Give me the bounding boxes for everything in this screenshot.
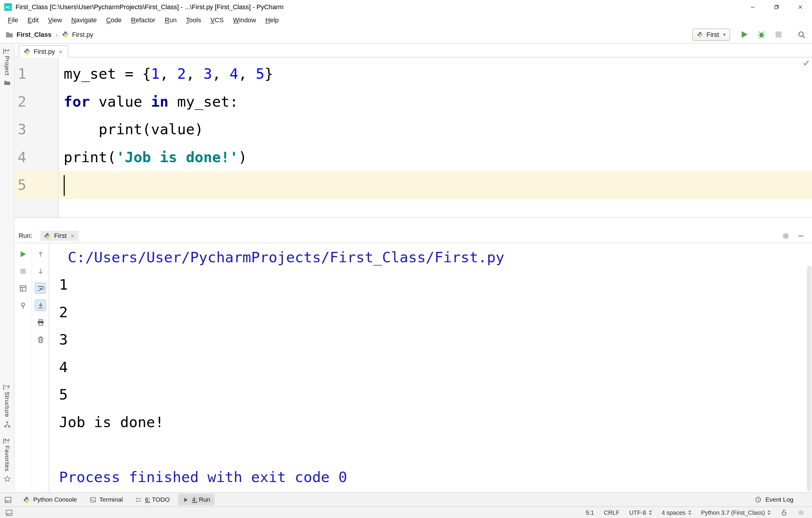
close-icon (797, 4, 803, 10)
minimize-button[interactable] (741, 0, 764, 14)
rerun-button[interactable] (17, 248, 28, 260)
editor-tab-first-py[interactable]: First.py (19, 45, 68, 58)
text-caret (64, 175, 65, 196)
event-log-button[interactable]: Event Log (754, 496, 793, 503)
toolwindow-tab-label: Python Console (33, 496, 77, 503)
close-tab-icon[interactable] (58, 49, 63, 54)
pycharm-logo-icon: PC (4, 3, 12, 11)
clear-button[interactable] (35, 334, 46, 345)
code-token: print(value) (64, 121, 204, 138)
clear-icon (36, 336, 44, 343)
close-tab-icon[interactable] (70, 233, 75, 238)
menu-vcs[interactable]: VCS (206, 15, 228, 24)
chevron-down-icon: ▾ (723, 32, 726, 37)
pin-button[interactable] (17, 300, 28, 311)
encoding-value: UTF-8 (629, 509, 646, 516)
console-line: 3 (59, 326, 812, 353)
status-toolwindow-icon[interactable] (5, 509, 13, 517)
menu-window[interactable]: Window (228, 15, 261, 24)
console-controls-column (31, 243, 49, 492)
scroll-end-button[interactable] (35, 300, 46, 311)
hide-panel-icon[interactable] (798, 233, 804, 239)
restore-layout-button[interactable] (17, 282, 28, 294)
indent-widget[interactable]: 4 spaces (662, 509, 691, 516)
console-line: Job is done! (59, 408, 812, 436)
spinner-icon (649, 510, 652, 515)
code-token: print( (64, 148, 116, 166)
menu-tools[interactable]: Tools (181, 15, 206, 24)
editor-run-splitter[interactable] (14, 218, 812, 229)
code-line[interactable]: print(value) (58, 115, 812, 143)
print-icon (36, 319, 44, 326)
toolwindow-tab-4-run[interactable]: 4: Run (178, 494, 214, 505)
run-button[interactable] (739, 29, 749, 40)
menu-edit[interactable]: Edit (23, 15, 43, 24)
menu-run[interactable]: Run (160, 15, 181, 24)
menu-view[interactable]: View (43, 15, 66, 24)
run-side-toolbar (14, 243, 49, 492)
encoding-widget[interactable]: UTF-8 (629, 509, 652, 516)
menu-refactor[interactable]: Refactor (126, 15, 160, 24)
run-tab-first[interactable]: First (41, 230, 79, 241)
event-log-label: Event Log (765, 496, 793, 503)
spinner-icon (767, 510, 771, 515)
console-line: 5 (59, 381, 812, 408)
code-line[interactable] (58, 171, 812, 199)
stripe-button-label: 2: Favorites (4, 438, 10, 471)
code-line[interactable]: for value in my_set: (58, 88, 812, 115)
breadcrumb-file[interactable]: First.py (72, 31, 93, 38)
window-controls (741, 0, 812, 14)
code-area[interactable]: my_set = {1, 2, 3, 4, 5}for value in my_… (58, 58, 812, 217)
run-header-actions (782, 232, 808, 240)
indent-value: 4 spaces (662, 509, 685, 516)
stripe-button-2-favorites[interactable]: 2: Favorites (0, 438, 14, 482)
soft-wrap-button[interactable] (35, 282, 46, 294)
caret-position-widget[interactable]: 5:1 (585, 509, 594, 516)
run-config-select[interactable]: First ▾ (692, 28, 730, 41)
gear-icon[interactable] (782, 232, 790, 240)
restore-layout-icon (19, 284, 27, 292)
run-tab-title: First (54, 232, 66, 239)
run-console[interactable]: C:/Users/User/PycharmProjects/First_Clas… (49, 243, 812, 492)
project-folder-icon (3, 79, 10, 86)
toolwindow-tab-label: Terminal (99, 496, 123, 503)
line-ending-widget[interactable]: CRLF (604, 509, 619, 516)
code-token: 5 (256, 65, 264, 83)
titlebar: PC First_Class [C:\Users\User\PycharmPro… (0, 0, 812, 14)
minimize-icon (750, 4, 755, 10)
code-line[interactable]: print('Job is done!') (58, 143, 812, 171)
rerun-icon (19, 250, 27, 258)
lock-icon[interactable] (781, 509, 788, 516)
menu-file[interactable]: File (3, 15, 23, 24)
debug-button[interactable] (756, 29, 766, 40)
console-scrollbar[interactable] (807, 266, 812, 491)
toolwindow-tab-6-todo[interactable]: 6: TODO (131, 494, 174, 505)
line-number: 4 (14, 143, 58, 171)
console-line (59, 436, 812, 463)
stop-button (773, 29, 784, 40)
run-config-name: First (706, 31, 719, 38)
up-stack-button (35, 248, 46, 260)
print-button[interactable] (35, 317, 46, 328)
search-everywhere-button[interactable] (796, 29, 807, 40)
restore-button[interactable] (764, 0, 788, 14)
tool-window-switcher-icon[interactable] (4, 496, 12, 503)
interpreter-widget[interactable]: Python 3.7 (First_Class) (701, 509, 771, 516)
console-line: Process finished with exit code 0 (59, 463, 812, 491)
code-token: , (212, 65, 230, 83)
stripe-button-1-project[interactable]: 1: Project (0, 49, 14, 86)
menu-help[interactable]: Help (261, 15, 283, 24)
stripe-button-7-structure[interactable]: 7: Structure (0, 385, 14, 428)
breadcrumb-project[interactable]: First_Class (17, 31, 52, 38)
close-button[interactable] (788, 0, 812, 14)
toolwindow-tab-terminal[interactable]: Terminal (85, 494, 127, 505)
run-panel-title: Run: (19, 232, 32, 239)
editor-tab-title: First.py (33, 48, 55, 55)
toolwindow-tab-python-console[interactable]: Python Console (19, 494, 81, 505)
search-icon (798, 30, 806, 38)
menu-navigate[interactable]: Navigate (66, 15, 102, 24)
python-console-icon (24, 496, 30, 503)
menu-code[interactable]: Code (102, 15, 126, 24)
code-line[interactable]: my_set = {1, 2, 3, 4, 5} (58, 60, 812, 88)
code-editor[interactable]: 12345 my_set = {1, 2, 3, 4, 5}for value … (14, 58, 812, 218)
